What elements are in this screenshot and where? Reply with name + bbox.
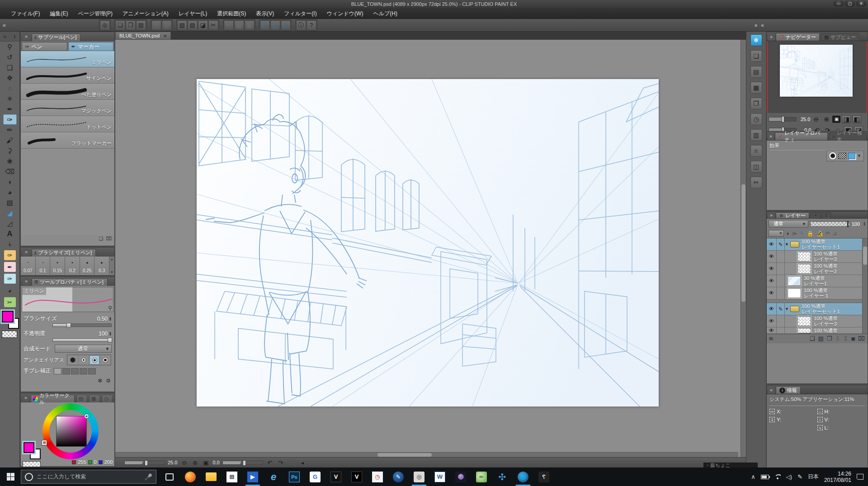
layer-lock-alpha-icon[interactable]: 🔏 bbox=[816, 230, 823, 237]
app-clock-icon[interactable]: ◷ bbox=[367, 467, 388, 486]
layer-thumbnail[interactable] bbox=[797, 252, 811, 262]
stabilize-box-2[interactable] bbox=[62, 368, 70, 374]
brush-size-0.15[interactable]: 0.15 bbox=[50, 257, 65, 275]
select-tool-icon[interactable]: ▧ bbox=[177, 20, 187, 30]
stabilize-box-3[interactable] bbox=[71, 368, 79, 374]
frame-icon[interactable]: ▣ bbox=[245, 20, 255, 30]
tab-navigator[interactable]: ❐ ナビゲーター bbox=[776, 33, 820, 41]
tab-layer-search[interactable]: ⌕ レイヤー検索 bbox=[829, 132, 867, 140]
world-app-icon[interactable]: 🌐 bbox=[513, 467, 533, 486]
layer-row-folder-2[interactable]: 👁 ✎ ▼ 100 %通常レイヤーセット1 bbox=[767, 303, 868, 315]
tool-custom-mask-green[interactable]: ✂ bbox=[4, 297, 16, 307]
tool-custom-pen-orange[interactable]: ✑ bbox=[4, 250, 16, 260]
pen-settings-icon[interactable]: ✎ bbox=[797, 473, 802, 480]
layer-property-menu-icon[interactable]: » bbox=[768, 133, 774, 140]
snap-ruler-icon[interactable]: ⊿ bbox=[260, 20, 270, 30]
tool-rotate-view[interactable]: ↺ bbox=[3, 52, 17, 62]
tool-eyedropper[interactable]: ✒ bbox=[3, 104, 17, 114]
splashtop-icon[interactable]: ✣ bbox=[492, 467, 513, 486]
opacity-stepper[interactable]: ▲▼ bbox=[109, 332, 112, 336]
rotate-ccw-icon[interactable]: ↶ bbox=[266, 459, 274, 466]
zoom-slider[interactable] bbox=[124, 461, 165, 465]
tool-eraser[interactable]: ⌫ bbox=[3, 166, 17, 177]
paint-app-icon[interactable]: ✏ bbox=[471, 467, 492, 486]
color-slider-tab-icon[interactable]: ▤ bbox=[79, 396, 83, 402]
tool-figure[interactable]: ◢ bbox=[3, 208, 17, 218]
layer-mask-create-icon[interactable]: ◙ bbox=[851, 335, 855, 342]
antialias-weak[interactable] bbox=[79, 355, 89, 364]
tool-airbrush[interactable]: ⚳ bbox=[3, 145, 17, 156]
saturation-value-square[interactable] bbox=[56, 416, 87, 447]
tab-layer-property[interactable]: ✓ レイヤープロパティ bbox=[775, 132, 828, 140]
tool-palette-menu-icon[interactable]: ≡ bbox=[3, 34, 6, 39]
rotate-cw-icon[interactable]: ↷ bbox=[277, 459, 285, 466]
layer-clip-icon[interactable]: ⌲ bbox=[793, 230, 797, 237]
clip-studio-launcher-icon[interactable]: ✎ bbox=[388, 467, 409, 486]
tool-decoration[interactable]: ❀ bbox=[3, 156, 17, 166]
brush-size-0.07[interactable]: 0.07 bbox=[21, 257, 36, 275]
menu-view[interactable]: 表示(V) bbox=[251, 9, 278, 19]
collapse-right-icon-1[interactable]: » bbox=[755, 22, 758, 28]
duplicate-layer-icon[interactable]: ❐ bbox=[827, 335, 832, 342]
layer-tab-extra-2[interactable]: ⌇ bbox=[821, 212, 831, 218]
menu-layer[interactable]: レイヤー(L) bbox=[174, 9, 212, 19]
dock-palette-icon-1[interactable]: ❏ bbox=[750, 50, 762, 62]
layer-row[interactable]: 👁 100 %通常 bbox=[767, 327, 868, 334]
subtool-panel-menu-icon[interactable]: » bbox=[23, 33, 30, 40]
transparent-swatch[interactable] bbox=[23, 461, 41, 467]
dock-palette-icon-5[interactable]: ◷ bbox=[750, 113, 762, 125]
reset-rotation-icon[interactable]: ❋ bbox=[288, 459, 296, 466]
layer-panel-menu-icon[interactable]: » bbox=[768, 213, 775, 218]
save-file-icon[interactable]: ▤ bbox=[136, 20, 146, 30]
nav-zoom-out-icon[interactable]: ⊖ bbox=[811, 116, 821, 123]
nav-zoom-in-icon[interactable]: ⊕ bbox=[822, 116, 831, 123]
tool-property-settings-icon[interactable]: ⚙ bbox=[106, 378, 111, 384]
stabilize-box-1[interactable] bbox=[54, 368, 61, 374]
color-set-tab-icon[interactable]: ▦ bbox=[91, 396, 96, 402]
hue-knob[interactable] bbox=[42, 440, 47, 445]
subtool-item-signpen[interactable]: サインペン bbox=[21, 67, 114, 84]
layer-row[interactable]: 👁 30 %通常レイヤー1 bbox=[767, 275, 868, 287]
snap-grid-icon[interactable]: ⌗ bbox=[281, 20, 291, 30]
taskbar-search-box[interactable]: ここに入力して検索 🎤 bbox=[21, 470, 156, 484]
tool-line-correct[interactable]: ⍭ bbox=[3, 239, 17, 249]
layer-thumbnail[interactable] bbox=[797, 328, 811, 333]
dock-palette-icon-7[interactable]: ⌗ bbox=[750, 145, 762, 157]
navigator-menu-icon[interactable]: » bbox=[768, 33, 775, 41]
app-g-icon[interactable]: G bbox=[305, 467, 326, 486]
dock-palette-icon-6[interactable]: ▥ bbox=[750, 129, 762, 141]
tool-pen[interactable]: ✑ bbox=[3, 114, 17, 125]
horizontal-scrollbar[interactable] bbox=[115, 452, 738, 457]
tool-custom-pen-cyan[interactable]: ✑ bbox=[4, 274, 16, 284]
preview-magnifier-icon[interactable]: ⚲ bbox=[108, 305, 112, 311]
antialias-none[interactable] bbox=[68, 355, 78, 364]
brush-size-0.25[interactable]: 0.25 bbox=[80, 257, 95, 275]
menu-edit[interactable]: 編集(E) bbox=[45, 9, 72, 19]
app-purple-icon[interactable] bbox=[450, 467, 471, 486]
invert-select-icon[interactable]: ◪ bbox=[198, 20, 208, 30]
folder-collapse-icon[interactable]: ▼ bbox=[785, 242, 790, 247]
foreground-color-swatch[interactable] bbox=[2, 311, 14, 322]
layer-color-effect-icon[interactable] bbox=[848, 153, 855, 159]
new-layer-icon[interactable]: ❏ bbox=[810, 335, 815, 342]
layer-opacity-stepper[interactable]: ▲▼ bbox=[863, 222, 866, 226]
undo-icon[interactable]: ↺ bbox=[151, 20, 161, 30]
internet-explorer-icon[interactable]: e bbox=[263, 467, 284, 486]
visibility-eye-icon[interactable]: 👁 bbox=[767, 315, 777, 327]
menu-file[interactable]: ファイル(F) bbox=[6, 9, 44, 19]
menu-filter[interactable]: フィルター(I) bbox=[279, 9, 321, 19]
blend-mode-combo[interactable]: 通常 ▼ bbox=[55, 345, 112, 353]
navigator-preview[interactable] bbox=[767, 41, 868, 113]
layer-row[interactable]: 👁 100 %通常レイヤー 1 bbox=[767, 287, 868, 299]
layer-list-splitter[interactable]: ····· bbox=[767, 299, 868, 303]
ime-indicator[interactable]: 日本 bbox=[808, 473, 819, 481]
tone-effect-icon[interactable] bbox=[838, 153, 846, 159]
visibility-eye-icon[interactable]: 👁 bbox=[767, 275, 777, 287]
action-center-icon[interactable] bbox=[857, 474, 863, 480]
menu-help[interactable]: ヘルプ(H) bbox=[368, 9, 402, 19]
movies-tv-icon[interactable]: ▶ bbox=[242, 467, 263, 486]
close-button[interactable]: ✕ bbox=[856, 0, 866, 7]
navigator-thumbnail[interactable] bbox=[780, 45, 853, 97]
visibility-eye-icon[interactable]: 👁 bbox=[767, 263, 777, 275]
menu-window[interactable]: ウィンドウ(W) bbox=[322, 9, 368, 19]
